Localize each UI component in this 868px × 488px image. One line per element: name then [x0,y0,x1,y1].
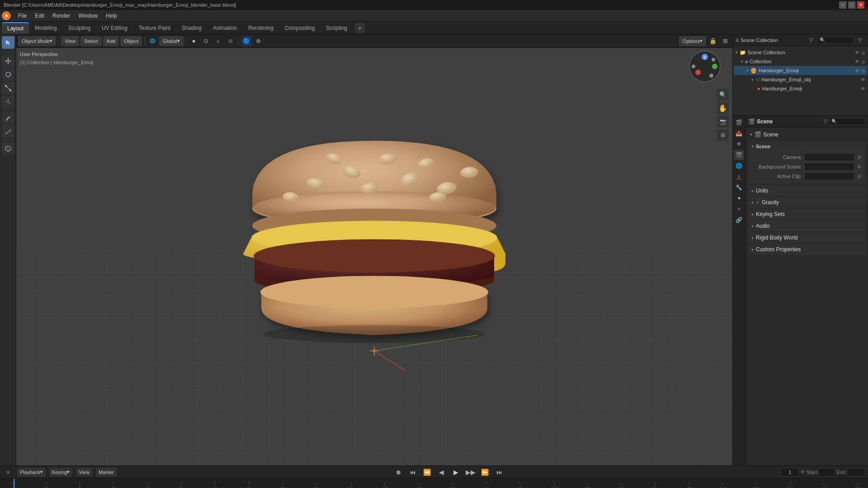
prop-scene-icon[interactable]: 🎬 [734,150,744,160]
gravity-section-header[interactable]: ▸ ✓ Gravity [748,197,865,208]
scale-tool[interactable] [2,82,14,94]
viewport-canvas[interactable]: Object Mode View Select Add Object 🌐 Glo… [16,34,732,465]
prop-render-icon[interactable]: 🎬 [734,117,744,127]
tab-layout[interactable]: Layout [2,22,29,34]
active-clip-icon[interactable]: ⊙ [855,172,863,180]
options-dropdown[interactable]: Options [679,36,706,46]
start-frame-input[interactable]: 1 [819,468,835,476]
menu-edit[interactable]: Edit [31,11,48,21]
hamburger-emoji-child-eye[interactable]: 👁 [861,86,865,91]
current-frame-input[interactable] [781,468,799,476]
outliner-hamburger-obj[interactable]: ▽ Hamburger_Emoji_obj 👁 [734,75,867,84]
camera-value[interactable] [804,153,854,161]
measure-tool[interactable] [2,126,14,138]
close-button[interactable]: ✕ [857,1,864,9]
next-frame-button[interactable]: ▶▶ [465,467,476,478]
add-cube-tool[interactable] [2,142,14,155]
playback-menu[interactable]: Playback [17,468,46,477]
hamburger-emoji-eye[interactable]: 👁 [855,68,859,73]
jump-to-start-button[interactable]: ⏮ [407,467,418,478]
object-mode-dropdown[interactable]: Object Mode [18,36,56,46]
scene-section-arrow[interactable]: ▾ [750,132,752,137]
hamburger-obj-eye[interactable]: 👁 [861,77,865,82]
custom-properties-section-header[interactable]: ▸ Custom Properties [748,244,865,255]
rotate-tool[interactable] [2,68,14,81]
outliner-collection[interactable]: ■ Collection 👁 ◎ [734,57,867,66]
prop-world-icon[interactable]: 🌐 [734,161,744,171]
background-scene-value[interactable] [804,163,854,171]
transform-tool[interactable] [2,95,14,108]
prop-particles-icon[interactable]: ✦ [734,193,744,203]
outliner-settings-icon[interactable]: ▽ [854,35,865,46]
units-section-header[interactable]: ▸ Units [748,185,865,196]
prev-frame-button[interactable]: ◀ [436,467,447,478]
render-view-button[interactable]: ⊞ [717,129,729,141]
menu-help[interactable]: Help [102,11,121,21]
prop-object-icon[interactable]: △ [734,172,744,182]
prop-modifier-icon[interactable]: 🔧 [734,183,744,192]
tab-scripting[interactable]: Scripting [321,22,353,34]
minimize-button[interactable]: ─ [839,1,846,9]
end-frame-input[interactable]: 250 [847,468,865,476]
outliner-filter-icon[interactable]: ▽ [806,35,816,46]
snap-toggle[interactable]: 🔵 [241,36,252,47]
hamburger-emoji-render[interactable]: ◎ [861,68,865,73]
tab-texture-paint[interactable]: Texture Paint [133,22,176,34]
move-tool[interactable] [2,55,14,67]
marker-menu[interactable]: Marker [96,468,117,477]
zoom-in-button[interactable]: 🔍 [717,89,729,100]
timeline-playhead[interactable] [14,479,14,488]
scene-subsection-header[interactable]: Scene [748,141,865,151]
prop-view-icon[interactable]: 👁 [734,139,744,149]
move-camera-button[interactable]: ✋ [717,102,729,114]
collection-render[interactable]: ◎ [861,59,865,64]
active-clip-value[interactable] [804,172,854,180]
global-space-dropdown[interactable]: Global [159,36,184,46]
viewport-overlay-toggle[interactable]: ⌾ [213,36,224,47]
gizmo-sphere[interactable]: Z [689,51,721,82]
keying-menu[interactable]: Keying [49,468,73,477]
gravity-check[interactable]: ✓ [756,200,760,206]
scene-collection-render[interactable]: ◎ [861,50,865,55]
next-keyframe-button[interactable]: ⏩ [480,467,491,478]
viewport-view-menu[interactable]: View [61,36,79,46]
jump-to-end-button[interactable]: ⏭ [494,467,505,478]
play-button[interactable]: ▶ [451,467,462,478]
viewport-add-menu[interactable]: Add [103,36,119,46]
maximize-button[interactable]: □ [848,1,855,9]
menu-file[interactable]: File [14,11,30,21]
props-search-input[interactable] [829,118,865,125]
props-filter[interactable]: ▽ [824,118,827,124]
tab-animation[interactable]: Animation [208,22,242,34]
background-scene-icon[interactable]: ⊙ [855,163,863,171]
viewport-lock-icon[interactable]: 🔒 [708,36,718,47]
prop-output-icon[interactable]: 📤 [734,128,744,138]
tab-uv-editing[interactable]: UV Editing [96,22,133,34]
proportional-editing[interactable]: ⊕ [253,36,264,47]
outliner-search-input[interactable] [817,37,854,44]
camera-picker-icon[interactable]: ⊙ [855,153,863,161]
prop-physics-icon[interactable]: ⚛ [734,204,744,214]
tab-sculpting[interactable]: Sculpting [63,22,96,34]
collection-eye[interactable]: 👁 [855,59,859,64]
viewport-select-menu[interactable]: Select [80,36,102,46]
viewport-navigation-gizmo[interactable]: Z [689,51,725,87]
outliner-hamburger-emoji[interactable]: 🍔 Hamburger_Emoji 👁 ◎ [734,66,867,75]
add-workspace-button[interactable]: + [355,23,365,33]
annotate-tool[interactable] [2,112,14,125]
menu-render[interactable]: Render [49,11,74,21]
prev-keyframe-button[interactable]: ⏪ [422,467,433,478]
tab-rendering[interactable]: Rendering [243,22,278,34]
prop-constraints-icon[interactable]: 🔗 [734,215,744,225]
outliner-hamburger-emoji-child[interactable]: ● Hamburger_Emoji 👁 [734,84,867,93]
outliner-scene-collection[interactable]: 📁 Scene Collection 👁 ◎ [734,48,867,57]
camera-view-button[interactable]: 📷 [717,116,729,127]
viewport-xray-toggle[interactable]: ◎ [225,36,236,47]
tab-modeling[interactable]: Modeling [29,22,62,34]
viewport-object-menu[interactable]: Object [120,36,142,46]
scene-collection-eye[interactable]: 👁 [855,50,859,55]
tab-compositing[interactable]: Compositing [279,22,321,34]
rigid-body-world-section-header[interactable]: ▸ Rigid Body World [748,232,865,243]
keying-sets-section-header[interactable]: ▸ Keying Sets [748,209,865,220]
view-menu[interactable]: View [76,468,92,477]
